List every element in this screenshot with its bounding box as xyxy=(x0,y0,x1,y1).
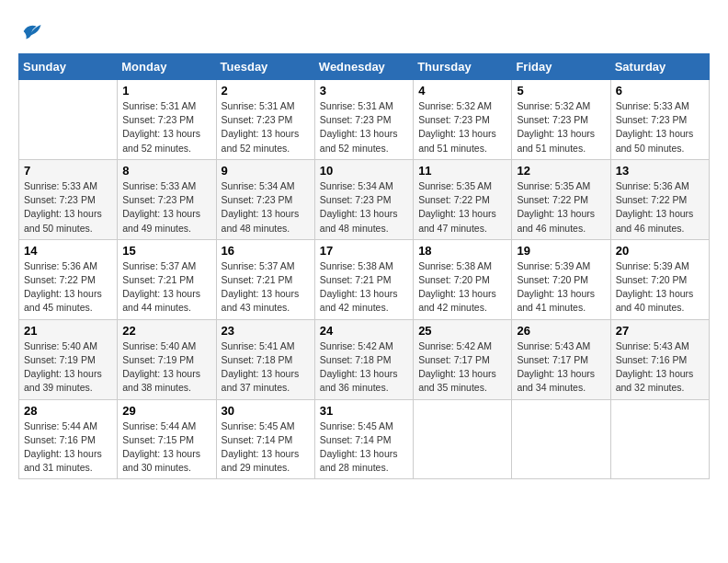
day-info: Sunrise: 5:43 AM Sunset: 7:16 PM Dayligh… xyxy=(616,339,704,396)
day-info: Sunrise: 5:43 AM Sunset: 7:17 PM Dayligh… xyxy=(517,339,605,396)
day-info: Sunrise: 5:35 AM Sunset: 7:22 PM Dayligh… xyxy=(517,179,605,236)
day-number: 9 xyxy=(222,164,310,178)
header-day-friday: Friday xyxy=(512,54,610,80)
day-number: 31 xyxy=(320,404,408,418)
day-info: Sunrise: 5:33 AM Sunset: 7:23 PM Dayligh… xyxy=(24,179,112,236)
header-day-wednesday: Wednesday xyxy=(314,54,413,80)
calendar-cell: 17Sunrise: 5:38 AM Sunset: 7:21 PM Dayli… xyxy=(314,239,413,319)
calendar-cell: 21Sunrise: 5:40 AM Sunset: 7:19 PM Dayli… xyxy=(19,319,118,399)
calendar-cell: 13Sunrise: 5:36 AM Sunset: 7:22 PM Dayli… xyxy=(610,159,709,239)
day-info: Sunrise: 5:36 AM Sunset: 7:22 PM Dayligh… xyxy=(616,179,704,236)
day-number: 5 xyxy=(517,84,605,98)
day-info: Sunrise: 5:31 AM Sunset: 7:23 PM Dayligh… xyxy=(122,99,210,155)
day-number: 6 xyxy=(616,84,704,98)
calendar-cell: 10Sunrise: 5:34 AM Sunset: 7:23 PM Dayli… xyxy=(314,159,413,239)
header-day-monday: Monday xyxy=(118,54,216,80)
header-day-saturday: Saturday xyxy=(610,54,709,80)
calendar-week-row: 21Sunrise: 5:40 AM Sunset: 7:19 PM Dayli… xyxy=(19,319,710,399)
calendar-week-row: 1Sunrise: 5:31 AM Sunset: 7:23 PM Daylig… xyxy=(19,80,710,160)
day-info: Sunrise: 5:39 AM Sunset: 7:20 PM Dayligh… xyxy=(517,259,605,316)
calendar-cell: 27Sunrise: 5:43 AM Sunset: 7:16 PM Dayli… xyxy=(610,319,709,399)
day-info: Sunrise: 5:42 AM Sunset: 7:18 PM Dayligh… xyxy=(320,339,408,396)
calendar-cell: 30Sunrise: 5:45 AM Sunset: 7:14 PM Dayli… xyxy=(216,399,314,479)
day-info: Sunrise: 5:45 AM Sunset: 7:14 PM Dayligh… xyxy=(222,419,310,476)
day-info: Sunrise: 5:37 AM Sunset: 7:21 PM Dayligh… xyxy=(222,259,310,316)
day-info: Sunrise: 5:34 AM Sunset: 7:23 PM Dayligh… xyxy=(222,179,310,236)
day-number: 11 xyxy=(418,164,506,178)
calendar-cell: 7Sunrise: 5:33 AM Sunset: 7:23 PM Daylig… xyxy=(19,159,118,239)
calendar-cell: 15Sunrise: 5:37 AM Sunset: 7:21 PM Dayli… xyxy=(118,239,216,319)
day-number: 16 xyxy=(222,244,310,258)
header-row: SundayMondayTuesdayWednesdayThursdayFrid… xyxy=(19,54,710,80)
calendar-cell: 22Sunrise: 5:40 AM Sunset: 7:19 PM Dayli… xyxy=(118,319,216,399)
calendar-cell: 11Sunrise: 5:35 AM Sunset: 7:22 PM Dayli… xyxy=(414,159,512,239)
calendar-week-row: 14Sunrise: 5:36 AM Sunset: 7:22 PM Dayli… xyxy=(19,239,710,319)
calendar-cell: 28Sunrise: 5:44 AM Sunset: 7:16 PM Dayli… xyxy=(19,399,118,479)
day-info: Sunrise: 5:39 AM Sunset: 7:20 PM Dayligh… xyxy=(616,259,704,316)
calendar-cell: 9Sunrise: 5:34 AM Sunset: 7:23 PM Daylig… xyxy=(216,159,314,239)
day-number: 1 xyxy=(122,84,210,98)
day-number: 3 xyxy=(320,84,408,98)
calendar-header: SundayMondayTuesdayWednesdayThursdayFrid… xyxy=(19,54,710,80)
day-info: Sunrise: 5:37 AM Sunset: 7:21 PM Dayligh… xyxy=(122,259,210,316)
calendar-cell: 19Sunrise: 5:39 AM Sunset: 7:20 PM Dayli… xyxy=(512,239,610,319)
day-number: 24 xyxy=(320,324,408,338)
day-number: 2 xyxy=(222,84,310,98)
day-info: Sunrise: 5:45 AM Sunset: 7:14 PM Dayligh… xyxy=(320,419,408,476)
day-number: 12 xyxy=(517,164,605,178)
logo xyxy=(18,18,48,44)
day-info: Sunrise: 5:36 AM Sunset: 7:22 PM Dayligh… xyxy=(24,259,112,316)
calendar-cell xyxy=(414,399,512,479)
header-day-tuesday: Tuesday xyxy=(216,54,314,80)
calendar-cell xyxy=(610,399,709,479)
day-info: Sunrise: 5:44 AM Sunset: 7:15 PM Dayligh… xyxy=(122,419,210,476)
calendar-cell xyxy=(512,399,610,479)
calendar-cell: 25Sunrise: 5:42 AM Sunset: 7:17 PM Dayli… xyxy=(414,319,512,399)
day-info: Sunrise: 5:31 AM Sunset: 7:23 PM Dayligh… xyxy=(222,99,310,155)
day-number: 28 xyxy=(24,404,112,418)
calendar-cell: 20Sunrise: 5:39 AM Sunset: 7:20 PM Dayli… xyxy=(610,239,709,319)
day-number: 26 xyxy=(517,324,605,338)
day-info: Sunrise: 5:32 AM Sunset: 7:23 PM Dayligh… xyxy=(517,99,605,155)
day-number: 29 xyxy=(122,404,210,418)
calendar-cell: 23Sunrise: 5:41 AM Sunset: 7:18 PM Dayli… xyxy=(216,319,314,399)
day-number: 4 xyxy=(418,84,506,98)
day-info: Sunrise: 5:33 AM Sunset: 7:23 PM Dayligh… xyxy=(616,99,704,155)
calendar-cell: 5Sunrise: 5:32 AM Sunset: 7:23 PM Daylig… xyxy=(512,80,610,160)
header-day-thursday: Thursday xyxy=(414,54,512,80)
day-number: 7 xyxy=(24,164,112,178)
calendar-cell: 6Sunrise: 5:33 AM Sunset: 7:23 PM Daylig… xyxy=(610,80,709,160)
day-number: 27 xyxy=(616,324,704,338)
calendar-cell: 31Sunrise: 5:45 AM Sunset: 7:14 PM Dayli… xyxy=(314,399,413,479)
calendar-table: SundayMondayTuesdayWednesdayThursdayFrid… xyxy=(18,53,710,479)
day-number: 18 xyxy=(418,244,506,258)
calendar-body: 1Sunrise: 5:31 AM Sunset: 7:23 PM Daylig… xyxy=(19,80,710,479)
day-info: Sunrise: 5:40 AM Sunset: 7:19 PM Dayligh… xyxy=(24,339,112,396)
calendar-cell: 18Sunrise: 5:38 AM Sunset: 7:20 PM Dayli… xyxy=(414,239,512,319)
calendar-cell xyxy=(19,80,118,160)
calendar-cell: 4Sunrise: 5:32 AM Sunset: 7:23 PM Daylig… xyxy=(414,80,512,160)
calendar-cell: 24Sunrise: 5:42 AM Sunset: 7:18 PM Dayli… xyxy=(314,319,413,399)
day-info: Sunrise: 5:41 AM Sunset: 7:18 PM Dayligh… xyxy=(222,339,310,396)
day-info: Sunrise: 5:34 AM Sunset: 7:23 PM Dayligh… xyxy=(320,179,408,236)
day-number: 23 xyxy=(222,324,310,338)
day-info: Sunrise: 5:33 AM Sunset: 7:23 PM Dayligh… xyxy=(122,179,210,236)
calendar-cell: 14Sunrise: 5:36 AM Sunset: 7:22 PM Dayli… xyxy=(19,239,118,319)
day-number: 8 xyxy=(122,164,210,178)
day-info: Sunrise: 5:44 AM Sunset: 7:16 PM Dayligh… xyxy=(24,419,112,476)
day-number: 14 xyxy=(24,244,112,258)
calendar-cell: 26Sunrise: 5:43 AM Sunset: 7:17 PM Dayli… xyxy=(512,319,610,399)
day-info: Sunrise: 5:40 AM Sunset: 7:19 PM Dayligh… xyxy=(122,339,210,396)
calendar-cell: 29Sunrise: 5:44 AM Sunset: 7:15 PM Dayli… xyxy=(118,399,216,479)
day-number: 20 xyxy=(616,244,704,258)
day-number: 22 xyxy=(122,324,210,338)
day-info: Sunrise: 5:42 AM Sunset: 7:17 PM Dayligh… xyxy=(418,339,506,396)
day-info: Sunrise: 5:38 AM Sunset: 7:21 PM Dayligh… xyxy=(320,259,408,316)
logo-bird-icon xyxy=(18,18,44,44)
calendar-week-row: 7Sunrise: 5:33 AM Sunset: 7:23 PM Daylig… xyxy=(19,159,710,239)
day-info: Sunrise: 5:35 AM Sunset: 7:22 PM Dayligh… xyxy=(418,179,506,236)
day-number: 17 xyxy=(320,244,408,258)
calendar-cell: 2Sunrise: 5:31 AM Sunset: 7:23 PM Daylig… xyxy=(216,80,314,160)
day-number: 13 xyxy=(616,164,704,178)
page-header xyxy=(18,18,710,44)
